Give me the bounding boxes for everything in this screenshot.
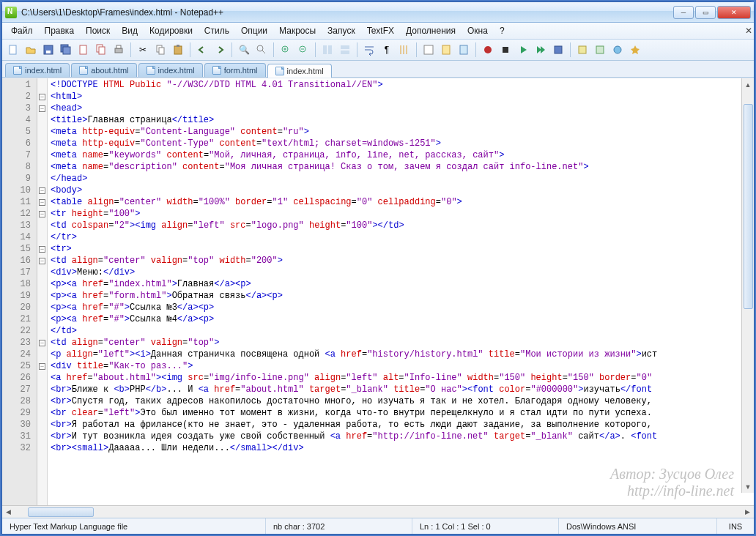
zoom-out-icon[interactable] (295, 42, 311, 58)
application-window: C:\Users\1\Desktop\Frames\index.html - N… (1, 1, 755, 535)
open-file-icon[interactable] (23, 42, 39, 58)
svg-rect-5 (80, 45, 86, 54)
svg-rect-2 (46, 51, 51, 53)
play-multi-icon[interactable] (533, 42, 549, 58)
svg-rect-17 (323, 45, 327, 54)
play-macro-icon[interactable] (515, 42, 531, 58)
svg-rect-22 (442, 45, 450, 54)
menu-run[interactable]: Запуск (322, 24, 361, 37)
svg-rect-20 (341, 51, 349, 54)
replace-icon[interactable] (253, 42, 270, 58)
minimize-button[interactable]: ─ (673, 6, 694, 19)
plugin3-icon[interactable] (609, 42, 626, 58)
scroll-left-icon[interactable]: ◀ (2, 506, 15, 518)
close-all-icon[interactable] (93, 42, 109, 58)
svg-rect-11 (159, 48, 164, 54)
menu-help[interactable]: ? (494, 24, 511, 37)
show-all-chars-icon[interactable]: ¶ (379, 42, 395, 58)
find-icon[interactable]: 🔍 (236, 42, 252, 58)
tab-file[interactable]: form.html (204, 63, 266, 77)
paste-icon[interactable] (170, 42, 186, 58)
plugin4-icon[interactable] (627, 42, 643, 58)
close-file-icon[interactable] (75, 42, 92, 58)
plugin2-icon[interactable] (592, 42, 608, 58)
menu-window[interactable]: Окна (462, 24, 494, 37)
menu-settings[interactable]: Опции (235, 24, 273, 37)
sync-h-icon[interactable] (337, 42, 353, 58)
scroll-down-icon[interactable]: ▼ (742, 480, 755, 493)
menu-plugins[interactable]: Дополнения (400, 24, 462, 37)
status-encoding: Dos\Windows ANSI (559, 518, 717, 534)
statusbar: Hyper Text Markup Language file nb char … (2, 518, 754, 534)
svg-rect-26 (555, 46, 562, 53)
mdi-close-icon[interactable]: ✕ (739, 24, 751, 37)
tab-file[interactable]: about.html (71, 63, 136, 77)
plugin1-icon[interactable] (574, 42, 590, 58)
print-icon[interactable] (111, 42, 127, 58)
sync-v-icon[interactable] (319, 42, 336, 58)
menu-search[interactable]: Поиск (80, 24, 116, 37)
svg-rect-9 (116, 45, 121, 48)
menu-encoding[interactable]: Кодировки (144, 24, 199, 37)
svg-rect-8 (115, 48, 122, 53)
close-button[interactable]: ✕ (717, 6, 751, 19)
file-icon (147, 66, 155, 75)
vertical-scrollbar[interactable]: ▲ ▼ (741, 78, 754, 493)
func-list-icon[interactable] (456, 42, 472, 58)
horizontal-scrollbar[interactable]: ◀ ▶ (2, 505, 754, 518)
svg-rect-7 (99, 47, 105, 54)
menubar: Файл Правка Поиск Вид Кодировки Стиль Оп… (2, 23, 754, 40)
file-icon (212, 66, 221, 75)
save-icon[interactable] (40, 42, 56, 58)
window-title: C:\Users\1\Desktop\Frames\index.html - N… (21, 7, 673, 18)
svg-rect-25 (503, 47, 508, 53)
indent-guide-icon[interactable] (396, 42, 412, 58)
status-nbchar: nb char : 3702 (266, 518, 412, 534)
file-icon (275, 67, 284, 75)
user-lang-icon[interactable] (420, 42, 437, 58)
svg-point-24 (484, 46, 492, 53)
doc-map-icon[interactable] (438, 42, 454, 58)
status-mode[interactable]: INS (717, 518, 754, 534)
record-macro-icon[interactable] (480, 42, 496, 58)
svg-rect-13 (177, 45, 179, 47)
menu-language[interactable]: Стиль (199, 24, 235, 37)
menu-file[interactable]: Файл (5, 24, 39, 37)
svg-rect-12 (174, 46, 182, 54)
maximize-button[interactable]: ▭ (695, 6, 716, 19)
editor: 1234567891011121314151617181920212223242… (2, 78, 754, 505)
tab-file[interactable]: index.html (5, 63, 70, 77)
stop-macro-icon[interactable] (497, 42, 514, 58)
scroll-up-icon[interactable]: ▲ (742, 78, 755, 91)
scroll-thumb[interactable] (28, 507, 94, 517)
scroll-right-icon[interactable]: ▶ (741, 506, 754, 518)
titlebar[interactable]: C:\Users\1\Desktop\Frames\index.html - N… (2, 2, 754, 23)
svg-point-29 (614, 46, 621, 53)
menu-textfx[interactable]: TextFX (361, 24, 400, 37)
window-buttons: ─ ▭ ✕ (673, 6, 751, 19)
wordwrap-icon[interactable] (361, 42, 377, 58)
redo-icon[interactable] (212, 42, 228, 58)
fold-gutter[interactable]: −−−−−−−−− (37, 78, 48, 505)
status-filetype: Hyper Text Markup Language file (2, 518, 266, 534)
cut-icon[interactable]: ✂ (135, 42, 151, 58)
save-macro-icon[interactable] (550, 42, 566, 58)
tab-file-active[interactable]: index.html (267, 64, 332, 78)
svg-rect-23 (460, 45, 467, 54)
code-area[interactable]: <!DOCTYPE HTML Public "-//W3C//DTD HTML … (48, 78, 754, 505)
menu-view[interactable]: Вид (116, 24, 144, 37)
tab-file[interactable]: index.html (138, 63, 203, 77)
undo-icon[interactable] (194, 42, 210, 58)
file-icon (13, 66, 22, 75)
app-icon (5, 7, 17, 18)
new-file-icon[interactable] (5, 42, 21, 58)
zoom-in-icon[interactable] (278, 42, 294, 58)
save-all-icon[interactable] (58, 42, 74, 58)
menu-macro[interactable]: Макросы (273, 24, 322, 37)
copy-icon[interactable] (152, 42, 168, 58)
file-icon (79, 66, 88, 75)
menu-edit[interactable]: Правка (39, 24, 81, 37)
svg-rect-0 (10, 45, 16, 54)
scroll-thumb[interactable] (744, 104, 753, 309)
svg-rect-18 (328, 45, 332, 54)
